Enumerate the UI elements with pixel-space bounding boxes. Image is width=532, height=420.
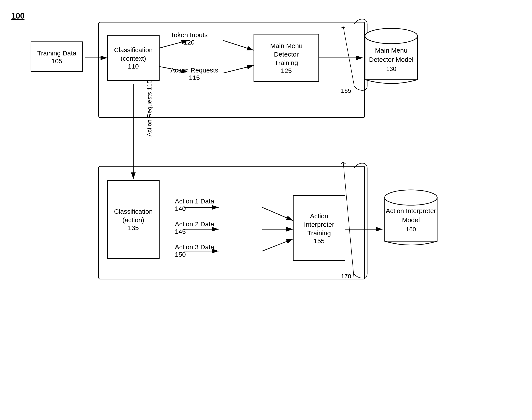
training-data-label: Training Data bbox=[37, 49, 77, 57]
action2-data-label: Action 2 Data145 bbox=[175, 221, 214, 235]
action1-data-label: Action 1 Data140 bbox=[175, 197, 214, 212]
action3-data-label: Action 3 Data150 bbox=[175, 243, 214, 258]
svg-point-18 bbox=[365, 28, 418, 44]
action-interpreter-training-num: 155 bbox=[314, 237, 324, 245]
action-interpreter-model: Action InterpreterModel160 bbox=[383, 187, 439, 252]
action-interpreter-training-box: ActionInterpreterTraining 155 bbox=[293, 195, 345, 261]
label-170: 170 bbox=[341, 273, 351, 280]
action-interpreter-model-label: Action InterpreterModel160 bbox=[383, 206, 439, 234]
main-menu-detector-training-label: Main MenuDetectorTraining bbox=[270, 42, 303, 67]
classification-context-num: 110 bbox=[128, 63, 139, 70]
classification-action-num: 135 bbox=[128, 224, 139, 232]
classification-action-label: Classification(action) bbox=[114, 207, 153, 224]
main-menu-detector-model-label: Main MenuDetector Model130 bbox=[363, 46, 420, 73]
action-interpreter-training-label: ActionInterpreterTraining bbox=[304, 212, 334, 237]
svg-point-20 bbox=[385, 190, 437, 205]
label-165: 165 bbox=[341, 87, 351, 94]
diagram: 100 bbox=[0, 0, 532, 420]
main-menu-detector-training-box: Main MenuDetectorTraining 125 bbox=[254, 34, 319, 82]
action-requests-vertical-label: Action Requests 115 bbox=[146, 80, 153, 136]
action-requests-top-label: Action Requests115 bbox=[171, 67, 218, 81]
classification-context-box: Classification(context) 110 bbox=[107, 35, 160, 81]
training-data-num: 105 bbox=[51, 57, 62, 65]
classification-action-box: Classification(action) 135 bbox=[107, 180, 160, 259]
training-data-box: Training Data 105 bbox=[31, 42, 83, 72]
main-menu-detector-training-num: 125 bbox=[281, 67, 292, 75]
token-inputs-label: Token Inputs120 bbox=[171, 31, 208, 46]
main-menu-detector-model: Main MenuDetector Model130 bbox=[363, 25, 420, 90]
ref-100: 100 bbox=[11, 11, 24, 20]
classification-context-label: Classification(context) bbox=[114, 46, 153, 63]
